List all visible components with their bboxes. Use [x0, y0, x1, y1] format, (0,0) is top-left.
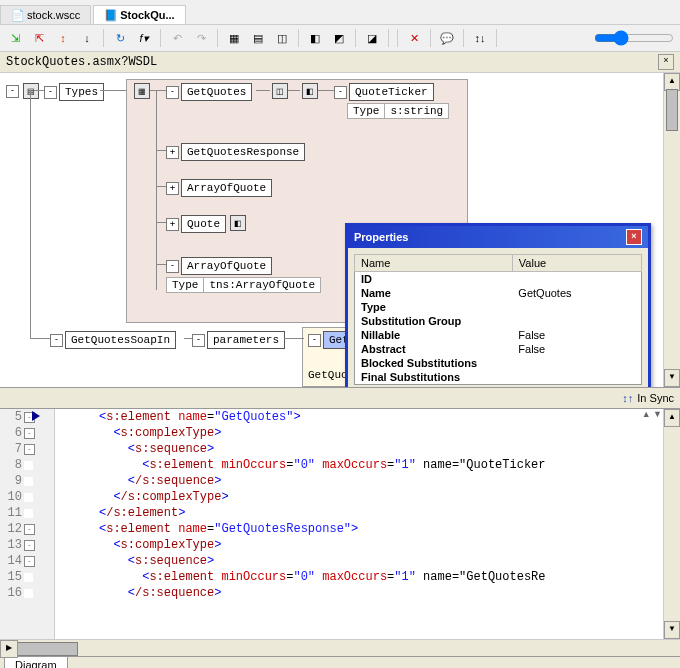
types-node[interactable]: - Types [44, 83, 104, 101]
expand-icon[interactable]: + [166, 146, 179, 159]
code-line[interactable]: </s:complexType> [99, 489, 680, 505]
property-row[interactable]: ID [355, 272, 642, 287]
property-row[interactable]: NillableFalse [355, 328, 642, 342]
seq-node-2[interactable]: ◧ [300, 83, 320, 99]
expand-icon[interactable]: - [50, 334, 63, 347]
quoteticker-node[interactable]: - QuoteTicker [334, 83, 434, 101]
expand-icon[interactable]: - [308, 334, 321, 347]
quote-type-icon[interactable]: ◧ [228, 215, 248, 231]
code-line[interactable]: <s:complexType> [99, 425, 680, 441]
property-row[interactable]: AbstractFalse [355, 342, 642, 356]
fold-toggle[interactable]: - [24, 444, 35, 455]
gutter-row[interactable]: 16 [0, 585, 54, 601]
scroll-down-button[interactable]: ▼ [664, 369, 680, 387]
properties-table[interactable]: Name Value IDNameGetQuotesTypeSubstituti… [354, 254, 642, 385]
code-line[interactable]: <s:element name="GetQuotes"> [99, 409, 680, 425]
expand-icon[interactable]: + [166, 218, 179, 231]
fx-button[interactable]: f▾ [133, 27, 155, 49]
arrayofquote2-node[interactable]: - ArrayOfQuote [166, 257, 272, 275]
redo-button[interactable]: ↷ [190, 27, 212, 49]
code-line[interactable]: <s:element minOccurs="0" maxOccurs="1" n… [99, 457, 680, 473]
arrayofquote2-attrs[interactable]: Typetns:ArrayOfQuote [166, 277, 321, 293]
expand-icon[interactable]: - [166, 260, 179, 273]
schema-hub[interactable]: ▦ [132, 83, 152, 99]
gutter-row[interactable]: 11 [0, 505, 54, 521]
code-line[interactable]: <s:element minOccurs="0" maxOccurs="1" n… [99, 569, 680, 585]
scroll-thumb[interactable] [666, 89, 678, 131]
property-row[interactable]: Substitution Group [355, 314, 642, 328]
gutter-row[interactable]: 15 [0, 569, 54, 585]
fold-toggle-icons[interactable]: ▲ ▼ [642, 409, 662, 421]
nav-button[interactable]: ↕ [52, 27, 74, 49]
comment-button[interactable]: 💬 [436, 27, 458, 49]
expand-icon[interactable]: - [6, 85, 19, 98]
scroll-right-button[interactable]: ▶ [0, 640, 18, 658]
zoom-slider[interactable] [594, 30, 674, 46]
expand-icon[interactable]: + [166, 182, 179, 195]
expand-icon[interactable]: - [44, 86, 57, 99]
expand-icon[interactable]: - [166, 86, 179, 99]
seq-node-1[interactable]: ◫ [270, 83, 290, 99]
parameters-node[interactable]: - parameters [192, 331, 285, 349]
collapse-button[interactable]: ⇱ [28, 27, 50, 49]
path-close-button[interactable]: × [658, 54, 674, 70]
code-area[interactable]: ▲ ▼ 5-6-7-89101112-13-14-1516 <s:element… [0, 409, 680, 639]
gutter-row[interactable]: 13- [0, 537, 54, 553]
diagram-scrollbar[interactable]: ▲ ▼ [663, 73, 680, 387]
gutter-row[interactable]: 10 [0, 489, 54, 505]
property-row[interactable]: Type [355, 300, 642, 314]
code-line[interactable]: </s:element> [99, 505, 680, 521]
hscroll-thumb[interactable] [16, 642, 78, 656]
expand-icon[interactable]: - [192, 334, 205, 347]
scroll-down-button[interactable]: ▼ [664, 621, 680, 639]
tab-diagram[interactable]: Diagram [4, 657, 68, 668]
code-hscrollbar[interactable]: ◀ ▶ [0, 639, 680, 656]
fold-toggle[interactable]: - [24, 540, 35, 551]
gutter-row[interactable]: 7- [0, 441, 54, 457]
properties-titlebar[interactable]: Properties × [348, 226, 648, 248]
getquotes-node[interactable]: - GetQuotes [166, 83, 252, 101]
fold-toggle[interactable]: - [24, 428, 35, 439]
quoteticker-attrs[interactable]: Types:string [347, 103, 449, 119]
close-button[interactable]: × [626, 229, 642, 245]
arrayofquote-node[interactable]: + ArrayOfQuote [166, 179, 272, 197]
scroll-up-button[interactable]: ▲ [664, 409, 680, 427]
code-lines[interactable]: <s:element name="GetQuotes"> <s:complexT… [55, 409, 680, 639]
code-line[interactable]: </s:sequence> [99, 473, 680, 489]
sort-button[interactable]: ↕↓ [469, 27, 491, 49]
table2-button[interactable]: ▤ [247, 27, 269, 49]
gutter-row[interactable]: 9 [0, 473, 54, 489]
gutter-row[interactable]: 6- [0, 425, 54, 441]
down-button[interactable]: ↓ [76, 27, 98, 49]
gutter-row[interactable]: 5- [0, 409, 54, 425]
diagram-area[interactable]: - ▤ - Types ▦ - GetQuotes ◫ ◧ - QuoteTic… [0, 73, 680, 387]
property-row[interactable]: Blocked Substitutions [355, 356, 642, 370]
code-line[interactable]: <s:complexType> [99, 537, 680, 553]
tab-stock-wscc[interactable]: 📄 stock.wscc [0, 5, 91, 24]
diag1-button[interactable]: ◫ [271, 27, 293, 49]
property-row[interactable]: NameGetQuotes [355, 286, 642, 300]
gutter-row[interactable]: 12- [0, 521, 54, 537]
soapin-node[interactable]: - GetQuotesSoapIn [50, 331, 176, 349]
refresh-button[interactable]: ↻ [109, 27, 131, 49]
tab-stockqu[interactable]: 📘 StockQu... [93, 5, 185, 24]
gutter-row[interactable]: 14- [0, 553, 54, 569]
code-line[interactable]: <s:sequence> [99, 441, 680, 457]
fold-toggle[interactable]: - [24, 556, 35, 567]
code-line[interactable]: <s:element name="GetQuotesResponse"> [99, 521, 680, 537]
gutter[interactable]: 5-6-7-89101112-13-14-1516 [0, 409, 55, 639]
undo-button[interactable]: ↶ [166, 27, 188, 49]
code-vscrollbar[interactable]: ▲ ▼ [663, 409, 680, 639]
code-line[interactable]: <s:sequence> [99, 553, 680, 569]
delete-button[interactable]: ✕ [403, 27, 425, 49]
quote-node[interactable]: + Quote [166, 215, 226, 233]
code-line[interactable]: </s:sequence> [99, 585, 680, 601]
property-row[interactable]: Final Substitutions [355, 370, 642, 385]
root-node[interactable]: - ▤ [6, 83, 41, 99]
expand-icon[interactable]: - [334, 86, 347, 99]
opt1-button[interactable]: ◩ [328, 27, 350, 49]
properties-popup[interactable]: Properties × Name Value IDNameGetQuotesT… [345, 223, 651, 387]
fold-toggle[interactable]: - [24, 524, 35, 535]
gqresponse-node[interactable]: + GetQuotesResponse [166, 143, 305, 161]
table1-button[interactable]: ▦ [223, 27, 245, 49]
